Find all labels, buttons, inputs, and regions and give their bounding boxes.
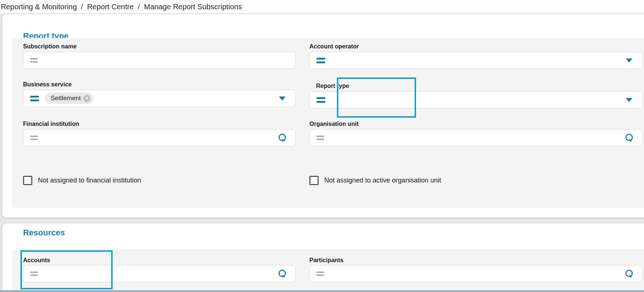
subscription-name-label: Subscription name (23, 43, 296, 50)
chevron-down-icon[interactable] (626, 98, 632, 102)
equals-filter-icon (30, 96, 39, 101)
accounts-search-input[interactable] (23, 265, 296, 282)
search-icon[interactable] (625, 134, 633, 142)
bottom-edge-bar (0, 290, 644, 292)
accounts-label: Accounts (23, 257, 296, 264)
equals-filter-icon (316, 272, 324, 276)
subscription-name-input[interactable] (23, 52, 296, 69)
breadcrumb: Reporting & Monitoring / Report Centre /… (0, 0, 644, 13)
search-icon[interactable] (625, 270, 633, 278)
resources-section-title: Resources (23, 228, 65, 238)
selected-tag-label: Settlement (51, 95, 81, 102)
business-service-dropdown[interactable]: Settlement ✕ (23, 90, 296, 107)
financial-institution-label: Financial institution (23, 121, 296, 127)
search-icon[interactable] (278, 270, 286, 278)
selected-tag-settlement: Settlement ✕ (45, 93, 93, 104)
not-assigned-ou-row: Not assigned to active organisation unit (309, 176, 643, 185)
report-type-dropdown[interactable] (309, 91, 643, 108)
equals-filter-icon (316, 97, 325, 103)
breadcrumb-separator: / (81, 3, 83, 11)
report-type-card: Report type Subscription name Account op… (2, 14, 644, 218)
organisation-unit-search-input[interactable] (309, 129, 643, 146)
financial-institution-search-input[interactable] (23, 129, 296, 146)
not-assigned-fi-row: Not assigned to financial institution (23, 176, 296, 185)
chevron-down-icon[interactable] (279, 96, 286, 101)
equals-filter-icon (30, 272, 38, 276)
equals-filter-icon (30, 58, 38, 63)
not-assigned-ou-label: Not assigned to active organisation unit (324, 177, 441, 184)
business-service-label: Business service (23, 81, 296, 88)
breadcrumb-item-manage-report-subscriptions: Manage Report Subscriptions (144, 3, 242, 11)
account-operator-label: Account operator (309, 43, 643, 50)
equals-filter-icon (30, 136, 38, 140)
close-icon[interactable]: ✕ (83, 95, 90, 102)
report-type-field-label: Report type (316, 83, 644, 89)
account-operator-dropdown[interactable] (309, 52, 643, 69)
organisation-unit-label: Organisation unit (309, 121, 643, 127)
breadcrumb-separator: / (138, 3, 140, 11)
chevron-down-icon[interactable] (626, 58, 632, 63)
search-icon[interactable] (278, 134, 286, 142)
participants-label: Participants (309, 257, 643, 264)
resources-card: Resources Accounts Participants (2, 223, 644, 292)
not-assigned-fi-label: Not assigned to financial institution (38, 177, 141, 184)
breadcrumb-item-reporting-monitoring[interactable]: Reporting & Monitoring (1, 3, 77, 11)
equals-filter-icon (316, 136, 324, 140)
participants-search-input[interactable] (309, 265, 643, 282)
resources-filter-panel: Accounts Participants (12, 249, 644, 292)
report-type-filter-panel: Subscription name Account operator Busin… (12, 38, 644, 208)
not-assigned-fi-checkbox[interactable] (23, 176, 32, 185)
not-assigned-ou-checkbox[interactable] (309, 176, 319, 185)
equals-filter-icon (316, 58, 325, 63)
breadcrumb-item-report-centre[interactable]: Report Centre (87, 3, 134, 11)
